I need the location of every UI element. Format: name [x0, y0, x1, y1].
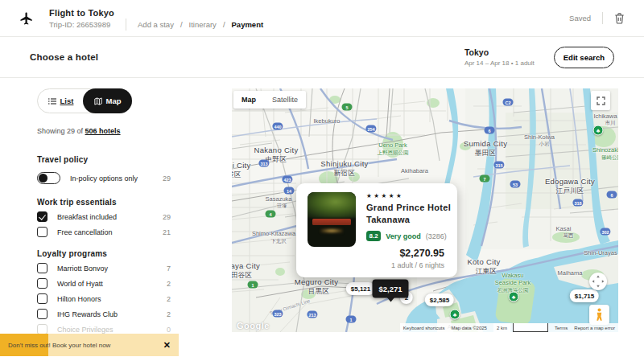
view-toggle: List Map — [37, 88, 132, 113]
map-label: 下北沢 — [270, 238, 287, 245]
breadcrumb-separator: / — [223, 20, 225, 29]
filter-row[interactable]: Free cancellation21 — [37, 227, 171, 237]
top-header: Flight to Tokyo Trip-ID: 26653989 Add a … — [0, 0, 644, 37]
map-label: 江東区 — [476, 267, 497, 277]
route-shield: 440 — [272, 123, 283, 130]
filters-sidebar: List Map Showing 29 of 506 hotels Travel… — [0, 78, 208, 361]
in-policy-toggle[interactable] — [37, 172, 60, 184]
hotel-price: $2,270.95 — [391, 248, 444, 259]
breadcrumb-item[interactable]: Payment — [232, 20, 264, 29]
breadcrumb-item[interactable]: Add a stay — [138, 20, 174, 29]
saved-status: Saved — [569, 14, 591, 23]
map-canvas[interactable]: IkebukuroNakano City中野区Shinjuku City新宿区U… — [232, 88, 618, 332]
map-label: Nakano City — [254, 146, 298, 154]
price-pin[interactable]: $5,121 — [346, 282, 375, 295]
filter-checkbox[interactable] — [37, 227, 47, 237]
header-divider-2 — [602, 12, 603, 24]
filter-label: Marriott Bonvoy — [57, 265, 108, 273]
map-label: Wakasu — [502, 272, 524, 279]
price-pin[interactable]: $2,271 — [372, 280, 408, 298]
map-data-label: Map data ©2025 — [448, 323, 490, 332]
map-label: Meguro City — [295, 277, 339, 286]
map-label: gaya City — [232, 261, 260, 270]
map-label: Akihabara — [401, 167, 428, 174]
map-type-satellite[interactable]: Satellite — [264, 91, 306, 109]
terms-link[interactable]: Terms — [551, 323, 571, 332]
filter-checkbox[interactable] — [37, 278, 47, 289]
travel-policy-heading: Travel policy — [37, 155, 171, 164]
fullscreen-icon — [597, 96, 605, 105]
price-pin[interactable]: $2,585 — [425, 293, 454, 306]
route-shield: 318 — [572, 199, 583, 207]
filter-checkbox[interactable] — [37, 293, 47, 304]
map-label: mi City — [232, 161, 251, 170]
route-shield: 7 — [480, 175, 490, 183]
hotel-name: Grand Prince HotelTakanawa — [366, 202, 445, 225]
fullscreen-button[interactable] — [591, 91, 610, 110]
filter-checkbox[interactable] — [37, 211, 47, 222]
google-logo: Google — [237, 321, 270, 330]
map-label: 市川 — [605, 120, 616, 127]
route-shield: 315 — [493, 162, 504, 169]
filter-row[interactable]: Hilton Honors2 — [37, 293, 171, 304]
report-error-link[interactable]: Report a map error — [571, 323, 618, 332]
keyboard-shortcuts-link[interactable]: Keyboard shortcuts — [400, 323, 448, 332]
list-view-button[interactable]: List — [38, 96, 84, 105]
trash-icon[interactable] — [614, 13, 625, 24]
results-count: Showing 29 of 506 hotels — [37, 127, 171, 135]
map-label: Shinozaki Pa — [592, 146, 618, 154]
in-policy-toggle-row[interactable]: In-policy options only 29 — [37, 172, 171, 184]
map-scale: 2 km — [490, 323, 551, 332]
route-shield: 1 — [248, 281, 258, 289]
map-label: 墨田区 — [475, 149, 496, 158]
filter-checkbox[interactable] — [37, 263, 47, 273]
map-attribution: Keyboard shortcuts Map data ©2025 2 km T… — [400, 323, 618, 332]
filter-count: 7 — [167, 265, 171, 273]
hotel-card[interactable]: ★★★★★ Grand Prince HotelTakanawa 8.2 Ver… — [296, 183, 457, 277]
map-label: Edogawa City — [545, 177, 595, 186]
work-trip-heading: Work trip essentials — [37, 198, 171, 207]
park-marker-icon: ♣ — [509, 292, 519, 302]
hotels-count-link[interactable]: 506 hotels — [85, 127, 121, 135]
filter-row[interactable]: Breakfast included29 — [37, 211, 171, 222]
breadcrumb-item[interactable]: Itinerary — [189, 20, 217, 29]
filter-label: Free cancellation — [57, 228, 113, 236]
route-shield: 5 — [342, 104, 353, 111]
route-shield: C2 — [503, 99, 514, 106]
map-type-map[interactable]: Map — [233, 91, 264, 109]
filter-checkbox[interactable] — [37, 309, 47, 319]
header-divider — [126, 18, 126, 31]
map-label: Shinjuku City — [320, 159, 368, 168]
destination: Tokyo — [464, 47, 535, 57]
map-view-button[interactable]: Map — [83, 88, 132, 113]
map-label: 江戸川区 — [555, 187, 584, 196]
map-label: 並区 — [232, 170, 242, 180]
page-title: Choose a hotel — [30, 52, 98, 62]
filter-row[interactable]: World of Hyatt2 — [37, 278, 171, 289]
price-pin[interactable]: $1,715 — [570, 289, 599, 302]
map-label: 上野恩賜公園 — [378, 150, 409, 157]
filter-label: Breakfast included — [57, 213, 117, 221]
park-marker-icon: ♣ — [593, 125, 604, 136]
filter-row[interactable]: Marriott Bonvoy7 — [37, 263, 171, 273]
route-shield: 323 — [272, 310, 283, 318]
filter-row[interactable]: IHG Rewards Club2 — [37, 309, 171, 319]
map-label: 葛西 — [564, 232, 574, 240]
breadcrumb: Add a stay/Itinerary/Payment — [138, 20, 263, 29]
map-label: Ichikawa — [593, 113, 617, 120]
filter-count: 2 — [167, 295, 171, 303]
banner-close-icon[interactable]: ✕ — [163, 340, 171, 351]
loyalty-heading: Loyalty programs — [37, 249, 171, 258]
filter-count: 2 — [167, 310, 171, 318]
map-label: Ikebukuro — [314, 117, 341, 125]
pegman-control[interactable] — [589, 305, 609, 325]
map-label: Maihama — [558, 269, 583, 277]
map-label: Seaside Park — [495, 279, 531, 286]
list-icon — [48, 98, 56, 105]
breadcrumb-separator: / — [180, 20, 183, 29]
map-type-control: Map Satellite — [233, 91, 306, 109]
map-label: Shin-Koiwa — [524, 133, 555, 141]
edit-search-button[interactable]: Edit search — [554, 47, 614, 68]
rating-text: Very good — [386, 232, 421, 240]
pan-control[interactable] — [589, 273, 607, 290]
